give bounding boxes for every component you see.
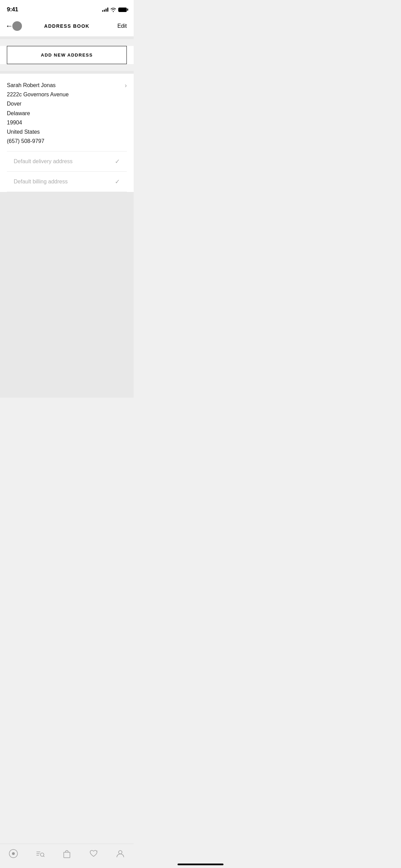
background-fill xyxy=(0,192,134,398)
address-section: Sarah Robert Jonas 2222c Governors Avenu… xyxy=(0,74,134,192)
wifi-icon xyxy=(110,8,116,12)
address-country: United States xyxy=(7,127,121,136)
page-title: ADDRESS BOOK xyxy=(44,23,89,29)
add-address-button[interactable]: ADD NEW ADDRESS xyxy=(7,46,127,64)
defaults-section: Default delivery address ✓ Default billi… xyxy=(7,151,127,192)
address-zip: 19904 xyxy=(7,118,121,127)
address-street: 2222c Governors Avenue xyxy=(7,90,121,99)
back-arrow-icon: ← xyxy=(5,22,13,30)
back-dot xyxy=(12,21,22,31)
billing-checkmark-icon: ✓ xyxy=(115,178,120,185)
delivery-checkmark-icon: ✓ xyxy=(115,158,120,165)
back-button[interactable]: ← xyxy=(5,21,22,31)
add-address-section: ADD NEW ADDRESS xyxy=(0,46,134,64)
address-text: Sarah Robert Jonas 2222c Governors Avenu… xyxy=(7,81,121,146)
nav-header: ← ADDRESS BOOK Edit xyxy=(0,17,134,36)
edit-button[interactable]: Edit xyxy=(117,23,127,29)
address-city: Dover xyxy=(7,99,121,108)
signal-icon xyxy=(102,8,108,12)
address-name: Sarah Robert Jonas xyxy=(7,81,121,90)
status-time: 9:41 xyxy=(7,6,18,13)
default-delivery-label: Default delivery address xyxy=(14,158,73,165)
section-divider-2 xyxy=(0,71,134,74)
default-billing-row: Default billing address ✓ xyxy=(7,172,127,192)
default-billing-label: Default billing address xyxy=(14,179,68,185)
address-phone: (657) 508-9797 xyxy=(7,136,121,146)
status-icons xyxy=(102,8,127,12)
battery-icon xyxy=(118,8,127,12)
section-divider xyxy=(0,36,134,39)
status-bar: 9:41 xyxy=(0,0,134,17)
chevron-right-icon: › xyxy=(125,82,127,89)
address-card[interactable]: Sarah Robert Jonas 2222c Governors Avenu… xyxy=(7,81,127,151)
address-state: Delaware xyxy=(7,109,121,118)
default-delivery-row: Default delivery address ✓ xyxy=(7,152,127,172)
